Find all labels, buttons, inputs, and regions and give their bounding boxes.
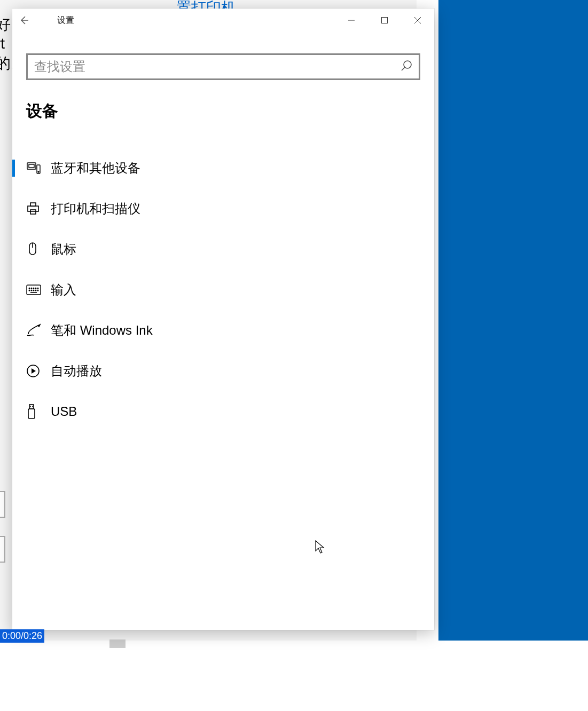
svg-line-5 (402, 67, 405, 70)
pen-icon (26, 323, 51, 337)
svg-point-9 (38, 171, 39, 172)
svg-point-20 (37, 288, 38, 289)
nav-item-typing[interactable]: 输入 (12, 270, 434, 310)
nav-label: 自动播放 (51, 362, 102, 380)
section-title: 设备 (12, 80, 434, 122)
nav-item-mouse[interactable]: 鼠标 (12, 229, 434, 270)
svg-point-23 (33, 290, 34, 291)
keyboard-icon (26, 285, 51, 295)
bluetooth-devices-icon (26, 161, 51, 176)
window-title: 设置 (57, 15, 74, 26)
search-box[interactable] (26, 53, 420, 80)
svg-rect-12 (30, 210, 36, 214)
back-button[interactable] (12, 9, 36, 32)
nav-item-printers[interactable]: 打印机和扫描仪 (12, 188, 434, 229)
maximize-button[interactable] (368, 9, 401, 32)
svg-point-17 (31, 288, 32, 289)
svg-point-22 (31, 290, 32, 291)
maximize-icon (381, 17, 388, 24)
search-input[interactable] (34, 59, 396, 74)
nav-item-autoplay[interactable]: 自动播放 (12, 351, 434, 391)
close-icon (414, 17, 421, 24)
svg-marker-28 (32, 368, 36, 374)
background-field-1 (0, 491, 5, 518)
scrollbar-thumb[interactable] (109, 639, 126, 648)
nav-item-bluetooth[interactable]: 蓝牙和其他设备 (12, 148, 434, 188)
nav-label: 打印机和扫描仪 (51, 200, 140, 217)
svg-point-24 (35, 290, 36, 291)
nav-label: 鼠标 (51, 241, 76, 258)
nav-label: 输入 (51, 281, 76, 298)
svg-point-16 (29, 288, 30, 289)
page-bottom-strip (0, 643, 588, 711)
background-field-2 (0, 536, 5, 563)
minimize-icon (348, 17, 355, 24)
svg-rect-1 (382, 18, 388, 23)
nav-item-pen[interactable]: 笔和 Windows Ink (12, 310, 434, 351)
close-button[interactable] (401, 9, 434, 32)
usb-icon (26, 404, 51, 420)
minimize-button[interactable] (335, 9, 368, 32)
svg-point-18 (33, 288, 34, 289)
svg-rect-8 (29, 164, 34, 168)
video-timecode: 0:00/0:26 (0, 629, 44, 643)
nav-item-usb[interactable]: USB (12, 391, 434, 432)
window-controls (335, 9, 434, 32)
svg-rect-30 (28, 409, 35, 418)
search-container (12, 32, 434, 80)
svg-point-21 (29, 290, 30, 291)
svg-rect-11 (28, 206, 38, 211)
svg-point-4 (404, 61, 411, 68)
desktop-background (438, 0, 588, 641)
mouse-icon (26, 242, 51, 257)
svg-point-19 (35, 288, 36, 289)
svg-point-25 (37, 290, 38, 291)
search-icon (401, 60, 412, 74)
window-titlebar: 设置 (12, 9, 434, 32)
nav-label: USB (51, 404, 77, 419)
back-arrow-icon (19, 15, 29, 26)
svg-rect-10 (30, 203, 36, 206)
device-nav-list: 蓝牙和其他设备 打印机和扫描仪 鼠标 (12, 148, 434, 432)
nav-label: 蓝牙和其他设备 (51, 160, 140, 177)
autoplay-icon (26, 364, 51, 378)
nav-label: 笔和 Windows Ink (51, 322, 153, 339)
settings-window: 设置 设备 (12, 9, 434, 630)
printer-icon (26, 202, 51, 216)
